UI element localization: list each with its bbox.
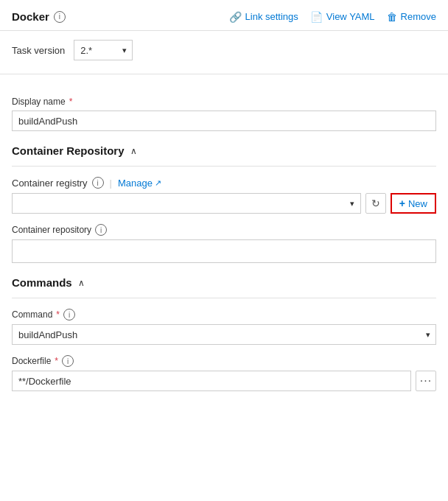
- registry-dropdown-chevron-icon: ▾: [350, 199, 354, 209]
- command-select[interactable]: buildAndPush build push login logout: [12, 324, 436, 345]
- header-actions: 🔗 Link settings 📄 View YAML 🗑 Remove: [229, 11, 436, 23]
- new-label: New: [408, 198, 427, 209]
- dockerfile-required: *: [55, 356, 58, 366]
- dockerfile-input[interactable]: [12, 371, 411, 391]
- container-repository-title: Container Repository: [12, 144, 125, 157]
- display-name-label-row: Display name *: [12, 97, 436, 107]
- manage-label: Manage: [118, 178, 153, 189]
- display-name-group: Display name *: [12, 97, 436, 131]
- dockerfile-label-row: Dockerfile * i: [12, 355, 436, 367]
- divider-2: [12, 166, 436, 167]
- display-name-label: Display name: [12, 97, 66, 107]
- dockerfile-input-row: ···: [12, 371, 436, 391]
- commands-title: Commands: [12, 276, 72, 289]
- container-repository-label: Container repository: [12, 225, 91, 235]
- container-registry-label-row: Container registry i | Manage ↗: [12, 177, 436, 189]
- commands-chevron-icon[interactable]: ∧: [78, 278, 85, 288]
- dockerfile-info-icon[interactable]: i: [62, 355, 74, 367]
- dockerfile-group: Dockerfile * i ···: [12, 355, 436, 391]
- header-left: Docker i: [12, 10, 66, 23]
- remove-label: Remove: [401, 11, 436, 22]
- link-settings-action[interactable]: 🔗 Link settings: [229, 11, 298, 23]
- pipe-separator: |: [110, 178, 112, 189]
- display-name-required: *: [69, 97, 73, 107]
- refresh-button[interactable]: ↻: [365, 193, 386, 214]
- task-version-label: Task version: [12, 45, 65, 56]
- divider-1: [0, 74, 448, 74]
- command-required: *: [56, 309, 60, 320]
- dockerfile-more-button[interactable]: ···: [416, 371, 436, 391]
- container-repository-info-icon[interactable]: i: [95, 224, 107, 236]
- container-repository-section-header: Container Repository ∧: [12, 144, 436, 157]
- dockerfile-label: Dockerfile: [12, 356, 51, 366]
- header: Docker i 🔗 Link settings 📄 View YAML 🗑 R…: [0, 0, 448, 31]
- command-info-icon[interactable]: i: [63, 309, 75, 320]
- registry-input-row: ▾ ↻ + New: [12, 193, 436, 214]
- divider-3: [12, 298, 436, 298]
- app-title: Docker: [12, 10, 49, 23]
- title-info-icon[interactable]: i: [54, 11, 66, 23]
- task-version-row: Task version 2.* 1.* ▾: [0, 31, 448, 69]
- container-repository-group: Container repository i: [12, 224, 436, 263]
- main-content: Display name * Container Repository ∧ Co…: [0, 85, 448, 413]
- yaml-icon: 📄: [310, 11, 323, 23]
- command-label: Command: [12, 309, 52, 320]
- commands-section-header: Commands ∧: [12, 276, 436, 289]
- plus-icon: +: [399, 197, 405, 209]
- task-version-select-wrapper: 2.* 1.* ▾: [74, 40, 133, 60]
- command-group: Command * i buildAndPush build push logi…: [12, 309, 436, 345]
- link-icon: 🔗: [229, 11, 242, 23]
- display-name-input[interactable]: [12, 111, 436, 131]
- container-registry-info-icon[interactable]: i: [92, 177, 104, 189]
- view-yaml-label: View YAML: [326, 11, 375, 22]
- registry-dropdown[interactable]: ▾: [12, 193, 361, 214]
- container-repository-input[interactable]: [12, 239, 436, 263]
- container-repository-chevron-icon[interactable]: ∧: [130, 146, 137, 156]
- container-registry-label: Container registry: [12, 178, 88, 189]
- external-link-icon: ↗: [155, 178, 161, 188]
- command-label-row: Command * i: [12, 309, 436, 320]
- new-button[interactable]: + New: [391, 193, 436, 214]
- remove-action[interactable]: 🗑 Remove: [387, 11, 436, 23]
- view-yaml-action[interactable]: 📄 View YAML: [310, 11, 375, 23]
- manage-link[interactable]: Manage ↗: [118, 178, 161, 189]
- link-settings-label: Link settings: [245, 11, 298, 22]
- trash-icon: 🗑: [387, 11, 397, 23]
- container-repository-label-row: Container repository i: [12, 224, 436, 236]
- task-version-select[interactable]: 2.* 1.*: [74, 40, 133, 60]
- command-select-wrapper: buildAndPush build push login logout ▾: [12, 324, 436, 345]
